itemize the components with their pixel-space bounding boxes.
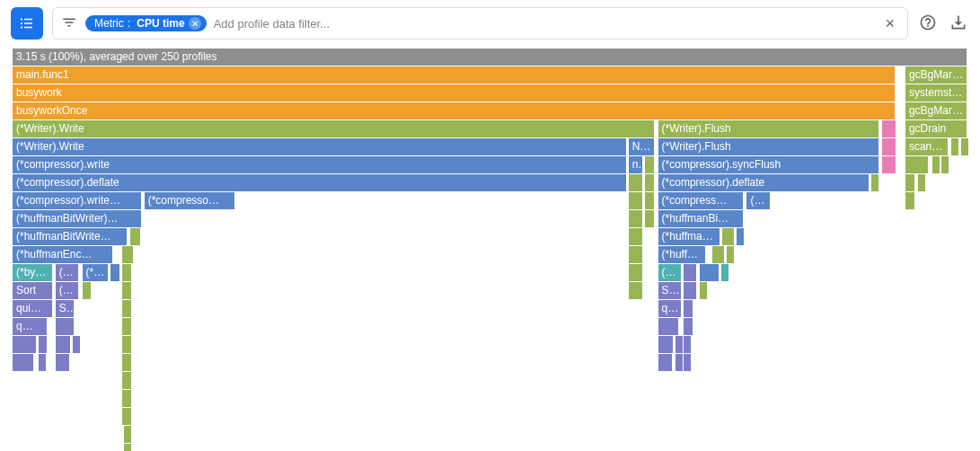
flame-frame[interactable]: [122, 390, 132, 407]
flame-frame[interactable]: [73, 336, 81, 353]
flame-frame[interactable]: [629, 246, 643, 263]
flame-frame[interactable]: [882, 120, 896, 137]
flame-frame[interactable]: [629, 228, 643, 245]
flame-frame[interactable]: 3.15 s (100%), averaged over 250 profile…: [13, 49, 967, 66]
flame-frame[interactable]: n…: [629, 156, 643, 173]
flame-frame[interactable]: (*huff…: [658, 246, 706, 263]
flame-frame[interactable]: [629, 192, 643, 209]
flame-frame[interactable]: [130, 228, 142, 245]
flame-frame[interactable]: gcBgMar…: [905, 102, 967, 119]
flame-frame[interactable]: [122, 246, 134, 263]
flame-frame[interactable]: [941, 156, 949, 173]
list-view-button[interactable]: [11, 7, 43, 40]
flame-frame[interactable]: [684, 354, 692, 371]
flame-frame[interactable]: (*…: [746, 192, 771, 209]
flame-frame[interactable]: (*huffmanBi…: [658, 210, 745, 227]
flame-frame[interactable]: S…: [56, 300, 75, 317]
flame-frame[interactable]: [684, 282, 697, 299]
flame-frame[interactable]: (*by…: [13, 264, 53, 281]
flame-frame[interactable]: [122, 282, 132, 299]
flame-frame[interactable]: [645, 210, 656, 227]
flame-frame[interactable]: [905, 156, 930, 173]
flame-frame[interactable]: [122, 336, 132, 353]
flame-frame[interactable]: [629, 282, 643, 299]
flame-frame[interactable]: scan…: [905, 138, 949, 155]
flame-frame[interactable]: [56, 318, 75, 335]
flame-frame[interactable]: [629, 264, 643, 281]
flame-frame[interactable]: (*compressor).deflate: [658, 174, 870, 191]
flame-frame[interactable]: busyworkOnce: [13, 102, 896, 119]
flame-frame[interactable]: [122, 372, 132, 389]
flame-frame[interactable]: S…: [658, 282, 683, 299]
flame-frame[interactable]: [722, 228, 735, 245]
flame-frame[interactable]: [882, 138, 896, 155]
flame-graph[interactable]: 3.15 s (100%), averaged over 250 profile…: [13, 49, 967, 448]
flame-frame[interactable]: (*compresso…: [145, 192, 235, 209]
flame-frame[interactable]: [658, 318, 679, 335]
flame-frame[interactable]: (*huffmanEnc…: [13, 246, 113, 263]
flame-frame[interactable]: [124, 426, 132, 443]
flame-frame[interactable]: (*compressor).deflate: [13, 174, 627, 191]
flame-frame[interactable]: Sort: [13, 282, 53, 299]
flame-frame[interactable]: [124, 444, 132, 451]
flame-frame[interactable]: [629, 210, 643, 227]
flame-frame[interactable]: [122, 318, 132, 335]
flame-frame[interactable]: [83, 282, 93, 299]
flame-frame[interactable]: gcDrain: [905, 120, 967, 137]
flame-frame[interactable]: [905, 192, 915, 209]
flame-frame[interactable]: (*huffmanBitWrite…: [13, 228, 128, 245]
flame-frame[interactable]: q…: [13, 318, 48, 335]
help-button[interactable]: [917, 13, 939, 34]
flame-frame[interactable]: [675, 354, 684, 371]
flame-frame[interactable]: [62, 354, 70, 371]
flame-frame[interactable]: [932, 156, 940, 173]
flame-frame[interactable]: [684, 300, 693, 317]
flame-frame[interactable]: Ne…: [629, 138, 656, 155]
flame-frame[interactable]: (*Writer).Flush: [658, 138, 880, 155]
download-button[interactable]: [948, 13, 969, 34]
flame-frame[interactable]: [918, 174, 926, 191]
flame-frame[interactable]: [882, 156, 896, 173]
flame-frame[interactable]: [727, 246, 735, 263]
flame-frame[interactable]: [122, 408, 132, 425]
flame-frame[interactable]: [629, 174, 643, 191]
flame-frame[interactable]: (*compressor).syncFlush: [658, 156, 880, 173]
metric-chip[interactable]: Metric : CPU time ✕: [85, 15, 207, 31]
flame-frame[interactable]: [665, 354, 673, 371]
flame-frame[interactable]: [675, 336, 684, 353]
flame-frame[interactable]: [721, 264, 729, 281]
flame-frame[interactable]: [871, 174, 880, 191]
flame-frame[interactable]: (*Writer).Write: [13, 120, 655, 137]
flame-frame[interactable]: [712, 246, 725, 263]
chip-remove-icon[interactable]: ✕: [189, 17, 201, 30]
flame-frame[interactable]: (*…: [56, 264, 80, 281]
flame-frame[interactable]: [905, 174, 915, 191]
flame-frame[interactable]: [39, 336, 49, 353]
flame-frame[interactable]: (…: [658, 264, 683, 281]
flame-frame[interactable]: [39, 354, 47, 371]
flame-frame[interactable]: [684, 336, 692, 353]
flame-frame[interactable]: [122, 264, 132, 281]
flame-frame[interactable]: main.func1: [13, 66, 896, 84]
flame-frame[interactable]: [26, 354, 34, 371]
flame-frame[interactable]: [684, 318, 693, 335]
flame-frame[interactable]: [645, 156, 656, 173]
flame-frame[interactable]: systemst…: [905, 84, 967, 102]
flame-frame[interactable]: [56, 336, 71, 353]
flame-frame[interactable]: gcBgMark…: [905, 66, 967, 84]
flame-frame[interactable]: (*Writer).Write: [13, 138, 627, 155]
flame-frame[interactable]: (*huffmanBitWriter)…: [13, 210, 142, 227]
flame-frame[interactable]: [700, 264, 719, 281]
flame-frame[interactable]: (*huffma…: [658, 228, 720, 245]
flame-frame[interactable]: (*Writer).Flush: [658, 120, 880, 137]
flame-frame[interactable]: q…: [658, 300, 683, 317]
flame-frame[interactable]: [961, 138, 969, 155]
filter-bar[interactable]: Metric : CPU time ✕ Add profile data fil…: [52, 7, 908, 40]
clear-filter-button[interactable]: ×: [879, 14, 900, 33]
flame-frame[interactable]: [700, 282, 708, 299]
flame-frame[interactable]: [122, 354, 132, 371]
flame-frame[interactable]: (*compress…: [658, 192, 745, 209]
flame-frame[interactable]: [951, 138, 959, 155]
flame-frame[interactable]: [122, 300, 132, 317]
flame-frame[interactable]: (*…: [83, 264, 110, 281]
